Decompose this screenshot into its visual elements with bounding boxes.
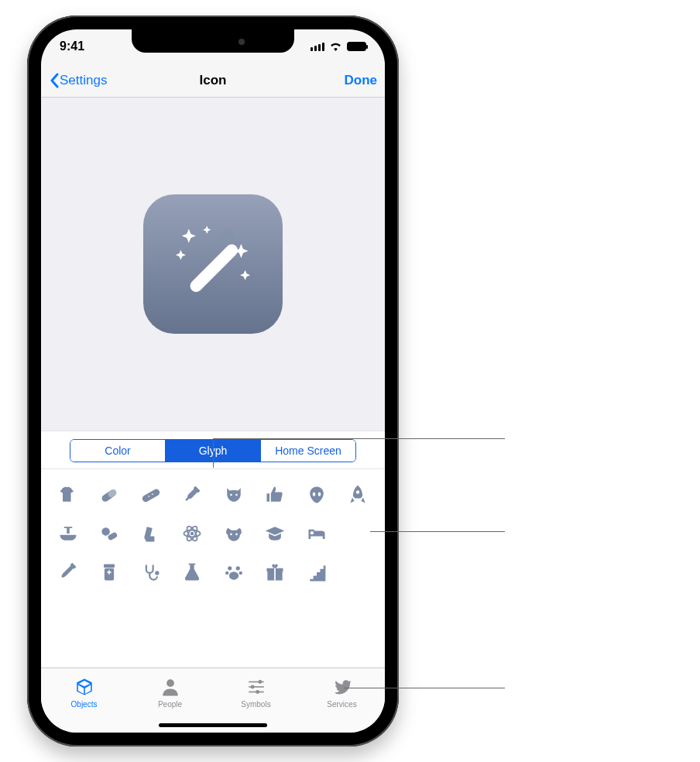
glyph-sink[interactable] [53, 519, 83, 548]
svg-point-40 [250, 685, 254, 689]
svg-rect-22 [104, 565, 115, 568]
tab-symbols[interactable]: Symbols [213, 668, 299, 717]
svg-point-7 [230, 494, 232, 496]
magic-wand-icon [163, 214, 263, 314]
callout-line [370, 531, 505, 532]
icon-preview-area [41, 98, 385, 431]
glyph-pill[interactable] [94, 480, 124, 510]
glyph-bed[interactable] [302, 519, 331, 548]
svg-rect-1 [217, 226, 237, 246]
tab-label: Services [327, 700, 356, 709]
tab-label: Symbols [241, 700, 270, 709]
glyph-dropper[interactable] [53, 558, 83, 587]
back-label: Settings [60, 73, 107, 88]
glyph-alien[interactable] [302, 480, 331, 510]
sliders-icon [246, 677, 266, 698]
glyph-cat-face[interactable] [219, 480, 249, 510]
glyph-blank [343, 519, 372, 548]
glyph-flask[interactable] [177, 558, 207, 587]
glyph-inhaler[interactable] [136, 519, 166, 548]
back-button[interactable]: Settings [49, 73, 107, 88]
callout-line [213, 438, 505, 439]
svg-point-19 [235, 534, 238, 536]
chevron-left-icon [49, 73, 60, 88]
svg-point-20 [310, 531, 313, 534]
svg-rect-4 [141, 488, 161, 503]
person-icon [160, 677, 180, 698]
glyph-bandage[interactable] [136, 480, 166, 510]
svg-point-28 [235, 566, 239, 570]
svg-rect-0 [187, 242, 240, 294]
tab-label: Objects [71, 700, 98, 709]
svg-point-31 [229, 572, 238, 580]
battery-icon [347, 42, 366, 51]
glyph-shirt[interactable] [53, 480, 83, 510]
glyph-grid [41, 469, 385, 668]
tab-services[interactable]: Services [299, 668, 385, 717]
svg-rect-34 [274, 568, 276, 581]
glyph-paw[interactable] [219, 558, 249, 587]
svg-point-8 [235, 494, 238, 496]
svg-point-29 [225, 572, 228, 575]
svg-point-39 [258, 680, 262, 684]
nav-title: Icon [200, 73, 227, 88]
svg-point-11 [356, 490, 359, 493]
svg-point-12 [102, 527, 111, 536]
glyph-pills[interactable] [94, 519, 124, 548]
icon-preview-tile [143, 194, 283, 334]
glyph-blank [343, 558, 372, 587]
callout-line [213, 438, 214, 468]
svg-point-5 [148, 496, 149, 497]
home-indicator [41, 717, 385, 733]
glyph-syringe[interactable] [177, 480, 207, 510]
tab-people[interactable]: People [127, 668, 213, 717]
svg-point-25 [155, 571, 159, 575]
glyph-stethoscope[interactable] [136, 558, 166, 587]
glyph-gift[interactable] [260, 558, 290, 587]
tab-bar: ObjectsPeopleSymbolsServices [41, 668, 385, 717]
svg-rect-24 [108, 570, 110, 574]
tab-objects[interactable]: Objects [41, 668, 127, 717]
svg-point-17 [190, 532, 194, 535]
segment-color[interactable]: Color [70, 440, 165, 462]
svg-point-41 [256, 690, 259, 694]
phone-frame: 9:41 Settings Icon Done [27, 15, 399, 747]
notch [132, 29, 294, 53]
tab-label: People [158, 700, 182, 709]
glyph-rocket[interactable] [343, 480, 372, 510]
svg-point-9 [313, 493, 316, 496]
glyph-dog-face[interactable] [219, 519, 249, 548]
cellular-signal-icon [311, 42, 324, 51]
glyph-pill-bottle[interactable] [94, 558, 124, 587]
segment-home-screen[interactable]: Home Screen [260, 440, 355, 462]
callout-line [344, 688, 505, 688]
svg-point-10 [318, 493, 321, 496]
glyph-graduation-cap[interactable] [260, 519, 290, 548]
svg-point-18 [230, 534, 232, 536]
svg-rect-26 [189, 564, 196, 565]
status-time: 9:41 [60, 39, 84, 53]
glyph-thumbs-up[interactable] [260, 480, 290, 510]
svg-point-27 [228, 566, 232, 570]
done-button[interactable]: Done [345, 73, 378, 88]
svg-point-30 [238, 572, 242, 575]
wifi-icon [329, 42, 342, 51]
screen: 9:41 Settings Icon Done [41, 29, 385, 733]
glyph-atom[interactable] [177, 519, 207, 548]
cube-icon [74, 677, 94, 698]
svg-point-6 [152, 493, 153, 495]
glyph-stairs[interactable] [302, 558, 331, 587]
nav-bar: Settings Icon Done [41, 64, 385, 98]
svg-point-35 [166, 679, 174, 687]
